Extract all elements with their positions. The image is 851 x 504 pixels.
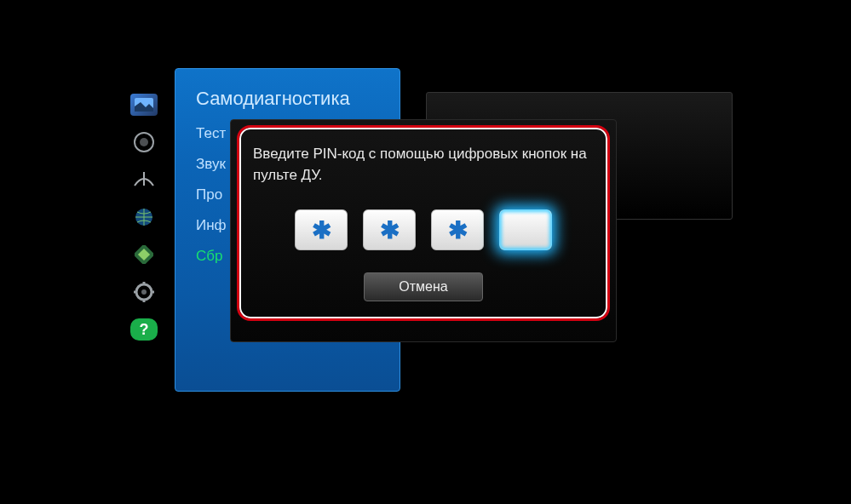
svg-point-2 — [140, 138, 148, 146]
sound-icon[interactable] — [130, 131, 158, 153]
settings-sidebar: ? — [128, 94, 160, 341]
channel-icon[interactable] — [130, 169, 158, 191]
pin-prompt-text: Введите PIN-код с помощью цифровых кнопо… — [253, 144, 594, 186]
pin-digit-1[interactable]: ✱ — [295, 209, 348, 250]
cancel-button[interactable]: Отмена — [364, 272, 483, 301]
picture-icon[interactable] — [130, 94, 158, 116]
settings-icon[interactable] — [130, 281, 158, 303]
svg-point-8 — [141, 289, 147, 295]
system-icon[interactable] — [130, 243, 158, 266]
pin-digit-2[interactable]: ✱ — [363, 209, 416, 250]
pin-digit-3[interactable]: ✱ — [431, 209, 484, 250]
pin-fields: ✱ ✱ ✱ — [295, 209, 552, 250]
pin-entry-modal: Введите PIN-код с помощью цифровых кнопо… — [230, 119, 617, 342]
pin-digit-4[interactable] — [499, 209, 552, 250]
panel-title: Самодиагностика — [196, 88, 379, 110]
support-icon[interactable]: ? — [130, 318, 158, 341]
network-icon[interactable] — [130, 206, 158, 228]
